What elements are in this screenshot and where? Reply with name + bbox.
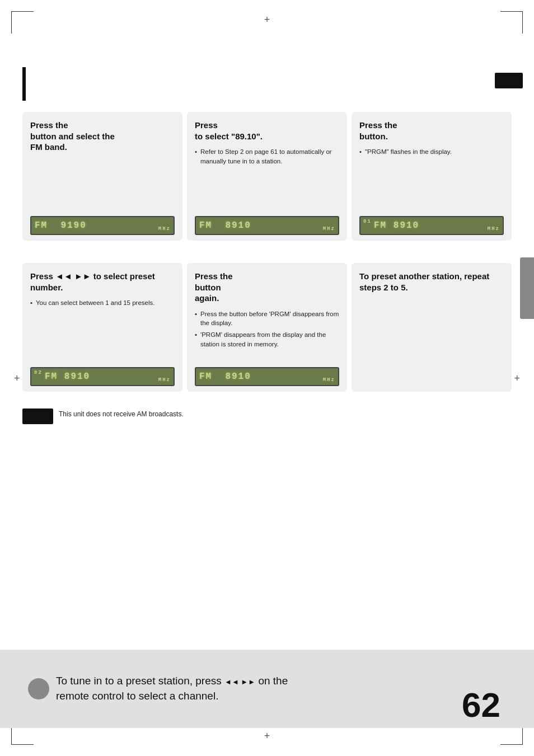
note-section: This unit does not receive AM broadcasts…: [22, 408, 184, 424]
step-3-box: Press thebutton. "PRGM" flashes in the d…: [352, 112, 512, 241]
step-4-display-text: FM 8910: [35, 372, 90, 382]
step-2-display-unit: MHz: [323, 226, 335, 232]
step-3-display-preset: 01: [363, 219, 372, 224]
step-4-bullet-1: You can select between 1 and 15 presels.: [30, 298, 175, 308]
step-3-display-text: FM 8910: [364, 220, 419, 231]
step-3-title: Press thebutton.: [359, 120, 504, 142]
steps-row-1: Press thebutton and select theFM band. F…: [22, 112, 512, 241]
step-1-display-unit: MHz: [158, 226, 171, 232]
corner-decoration: [522, 11, 523, 34]
crosshair-mid-right: [514, 372, 520, 384]
step-2-display-text: FM 8910: [199, 220, 251, 231]
crosshair-bottom: [264, 730, 270, 742]
step-5-display-unit: MHz: [323, 377, 335, 383]
step-2-box: Pressto select "89.10". Refer to Step 2 …: [187, 112, 347, 241]
corner-decoration: [11, 11, 12, 34]
step-5-title: Press thebuttonagain.: [195, 271, 339, 304]
step-4-bullets: You can select between 1 and 15 presels.: [30, 298, 175, 361]
crosshair-mid-left: [14, 372, 20, 384]
step-2-bullets: Refer to Step 2 on page 61 to automatica…: [195, 147, 339, 210]
note-text: This unit does not receive AM broadcasts…: [59, 408, 184, 419]
step-5-display-text: FM 8910: [199, 372, 251, 382]
step-4-title: Press ◄◄ ►► to select preset number.: [30, 271, 175, 293]
step-3-display: 01 FM 8910 MHz: [359, 216, 504, 235]
step-3-bullets: "PRGM" flashes in the display.: [359, 147, 504, 210]
note-black-label: [22, 408, 53, 424]
step-3-bullet-1: "PRGM" flashes in the display.: [359, 147, 504, 157]
crosshair-top: [264, 14, 270, 26]
corner-decoration: [500, 11, 523, 12]
step-1-bullets: [30, 158, 175, 211]
step-5-box: Press thebuttonagain. Press the button b…: [187, 263, 347, 392]
nav-arrows-symbol: ◄◄ ►►: [224, 678, 255, 686]
step-5-bullet-2: 'PRGM' disappears from the display and t…: [195, 330, 339, 349]
right-tab: [520, 257, 534, 319]
step-1-box: Press thebutton and select theFM band. F…: [22, 112, 182, 241]
bottom-circle-icon: [28, 678, 49, 699]
step-6-bullets: [359, 298, 504, 381]
step-4-display-preset: 02: [34, 370, 43, 375]
bottom-tip-text: To tune in to a preset station, press ◄◄…: [56, 674, 288, 703]
step-5-bullets: Press the button before 'PRGM' disappear…: [195, 309, 339, 362]
step-2-bullet-1: Refer to Step 2 on page 61 to automatica…: [195, 147, 339, 166]
step-5-bullet-1: Press the button before 'PRGM' disappear…: [195, 309, 339, 328]
section-tab: [495, 73, 523, 88]
step-3-display-unit: MHz: [488, 226, 500, 232]
step-6-title: To preset another station, repeat steps …: [359, 271, 504, 293]
corner-decoration: [500, 744, 523, 745]
step-6-box: To preset another station, repeat steps …: [352, 263, 512, 392]
page-number: 62: [462, 685, 500, 725]
step-2-display: FM 8910 MHz: [195, 216, 339, 235]
step-5-display: FM 8910 MHz: [195, 367, 339, 386]
step-1-title: Press thebutton and select theFM band.: [30, 120, 175, 153]
step-1-display: FM 9190 MHz: [30, 216, 175, 235]
steps-row-2: Press ◄◄ ►► to select preset number. You…: [22, 263, 512, 392]
left-accent-bar: [22, 67, 26, 101]
bottom-tip-section: To tune in to a preset station, press ◄◄…: [0, 650, 534, 728]
corner-decoration: [11, 744, 34, 745]
step-4-box: Press ◄◄ ►► to select preset number. You…: [22, 263, 182, 392]
step-2-title: Pressto select "89.10".: [195, 120, 339, 142]
corner-decoration: [11, 11, 34, 12]
step-1-display-text: FM 9190: [35, 220, 87, 231]
step-4-display: 02 FM 8910 MHz: [30, 367, 175, 386]
step-4-display-unit: MHz: [158, 377, 171, 383]
